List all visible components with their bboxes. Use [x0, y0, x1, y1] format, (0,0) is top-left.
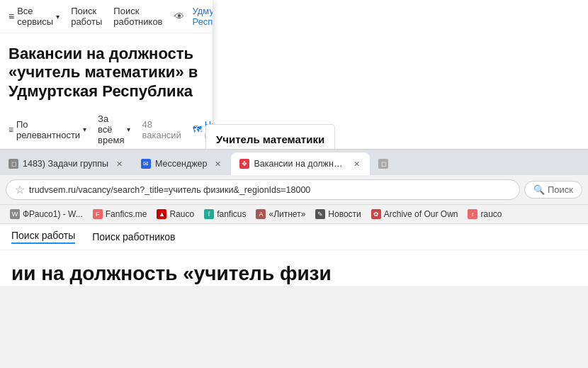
- tab-3-favicon: ❖: [239, 159, 249, 169]
- bookmark-2-favicon: F: [93, 209, 103, 219]
- url-text: trudvsem.ru/vacancy/search?_title=учител…: [29, 185, 310, 195]
- bookmark-1[interactable]: W ФРаuco1) - W...: [6, 208, 87, 221]
- url-bar[interactable]: ☆ trudvsem.ru/vacancy/search?_title=учит…: [6, 179, 520, 200]
- bookmark-5-favicon: А: [256, 209, 266, 219]
- page-big-title: ии на должность «учитель физи: [0, 250, 588, 286]
- filter-relevance[interactable]: ≡ По релевантности ▾: [9, 119, 86, 140]
- search-area[interactable]: 🔍 Поиск: [524, 181, 582, 199]
- active-page: Поиск работы Поиск работников ии на долж…: [0, 224, 588, 286]
- fg-filters: ≡ По релевантности ▾ За всё время ▾ 48 в…: [0, 109, 213, 150]
- bookmark-5-label: «Литнет»: [268, 209, 305, 219]
- bookmark-7[interactable]: ✿ Archive of Our Own: [367, 208, 463, 221]
- eye-icon: 👁: [174, 11, 184, 22]
- tab-1-close[interactable]: ✕: [114, 159, 124, 169]
- hamburger-icon: ≡: [9, 11, 14, 22]
- tab-3[interactable]: ❖ Вакансии на должность учите ✕: [231, 152, 370, 175]
- tab-2-favicon: ✉: [141, 159, 151, 169]
- bookmark-8-favicon: r: [468, 209, 477, 219]
- bookmark-2[interactable]: F Fanfics.me: [89, 208, 152, 221]
- tab-2-title: Мессенджер: [155, 159, 207, 169]
- bookmark-3[interactable]: ▲ Rauco: [152, 208, 198, 221]
- tab-4-favicon: ◻: [378, 159, 388, 169]
- vacancies-count: 48 вакансий: [142, 119, 181, 140]
- bookmarks-bar: W ФРаuco1) - W... F Fanfics.me ▲ Rauco f: [0, 205, 588, 224]
- tabs-row: ◻ 1483) Задачи группы ✕ ✉ Мессенджер ✕ ❖…: [0, 150, 588, 175]
- tab-1[interactable]: ◻ 1483) Задачи группы ✕: [0, 152, 132, 175]
- search-label: Поиск: [548, 184, 573, 195]
- site-nav-bar: Поиск работы Поиск работников: [0, 224, 588, 250]
- filter-icon: ≡: [9, 125, 13, 135]
- chevron-down-icon: ▾: [127, 126, 130, 133]
- bookmark-7-favicon: ✿: [371, 209, 381, 219]
- tab-1-title: 1483) Задачи группы: [23, 159, 108, 169]
- fg-region[interactable]: Удмуртская Республика: [193, 6, 213, 27]
- filter-time[interactable]: За всё время ▾: [98, 113, 130, 145]
- tab-1-favicon: ◻: [9, 159, 18, 169]
- bookmark-4[interactable]: f fanficus: [200, 208, 250, 221]
- bookmark-8-label: rauco: [480, 209, 502, 219]
- bookmark-4-favicon: f: [204, 209, 214, 219]
- bookmark-1-favicon: W: [10, 209, 20, 219]
- tab-2[interactable]: ✉ Мессенджер ✕: [132, 152, 231, 175]
- tab-2-close[interactable]: ✕: [213, 159, 222, 169]
- bookmark-6-label: Новости: [328, 209, 361, 219]
- bookmark-8[interactable]: r rauco: [463, 208, 506, 221]
- bookmark-7-label: Archive of Our Own: [384, 209, 458, 219]
- tab-3-close[interactable]: ✕: [351, 159, 361, 169]
- map-icon: 🗺: [193, 124, 202, 135]
- foreground-overlay: ≡ Все сервисы ▾ Поиск работы Поиск работ…: [0, 0, 213, 156]
- nav-search-workers[interactable]: Поиск работников: [92, 231, 175, 242]
- browser-chrome: ◻ 1483) Задачи группы ✕ ✉ Мессенджер ✕ ❖…: [0, 149, 588, 368]
- bookmark-4-label: fanficus: [217, 209, 246, 219]
- bookmark-2-label: Fanfics.me: [106, 209, 147, 219]
- chevron-down-icon: ▾: [56, 13, 60, 21]
- fg-nav-search-work[interactable]: Поиск работы: [71, 6, 102, 27]
- fg-right-nav: 👁 Удмуртская Республика ⟶ Войти: [174, 6, 213, 27]
- chevron-down-icon: ▾: [83, 126, 86, 133]
- url-bar-row: ☆ trudvsem.ru/vacancy/search?_title=учит…: [0, 175, 588, 205]
- tab-4[interactable]: ◻: [370, 152, 397, 175]
- bookmark-5[interactable]: А «Литнет»: [251, 208, 310, 221]
- star-icon[interactable]: ☆: [15, 183, 25, 196]
- search-icon: 🔍: [533, 184, 545, 195]
- bookmark-6-favicon: ✎: [315, 209, 325, 219]
- bookmark-6[interactable]: ✎ Новости: [311, 208, 365, 221]
- fg-nav-search-workers[interactable]: Поиск работников: [113, 6, 162, 27]
- fg-top-nav: ≡ Все сервисы ▾ Поиск работы Поиск работ…: [0, 0, 213, 33]
- tab-3-title: Вакансии на должность учите: [254, 159, 346, 169]
- bookmark-3-favicon: ▲: [157, 209, 166, 219]
- bookmark-1-label: ФРаuco1) - W...: [23, 209, 83, 219]
- card-title: Учитель математики: [216, 133, 324, 145]
- fg-main-title: Вакансии на должность «учитель математик…: [0, 33, 213, 109]
- fg-all-services[interactable]: ≡ Все сервисы ▾: [9, 6, 60, 27]
- bookmark-3-label: Rauco: [169, 209, 194, 219]
- nav-search-work[interactable]: Поиск работы: [11, 230, 75, 244]
